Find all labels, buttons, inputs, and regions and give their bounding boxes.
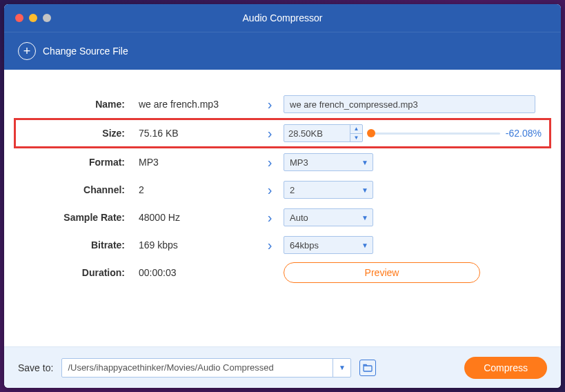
compress-button[interactable]: Compress bbox=[464, 357, 547, 379]
row-format: Format: MP3 › MP3 ▼ bbox=[18, 148, 547, 176]
preview-button-label: Preview bbox=[365, 267, 399, 278]
chevron-down-icon: ▼ bbox=[357, 209, 373, 226]
minimize-icon[interactable] bbox=[29, 14, 37, 22]
close-icon[interactable] bbox=[15, 14, 23, 22]
bitrate-select[interactable]: 64kbps ▼ bbox=[284, 236, 373, 254]
format-select[interactable]: MP3 ▼ bbox=[284, 153, 373, 171]
titlebar: Audio Compressor bbox=[4, 4, 561, 32]
chevron-right-icon: › bbox=[256, 238, 284, 252]
format-source: MP3 bbox=[132, 157, 256, 168]
toolbar: + Change Source File bbox=[4, 32, 561, 70]
bitrate-select-value: 64kbps bbox=[284, 240, 357, 251]
format-select-value: MP3 bbox=[284, 157, 357, 168]
size-percent: -62.08% bbox=[506, 128, 542, 139]
channel-source: 2 bbox=[132, 184, 256, 195]
sample-rate-select[interactable]: Auto ▼ bbox=[284, 208, 373, 226]
duration-source: 00:00:03 bbox=[132, 267, 256, 278]
preview-button[interactable]: Preview bbox=[284, 262, 480, 283]
row-channel: Channel: 2 › 2 ▼ bbox=[18, 176, 547, 204]
svg-rect-0 bbox=[364, 366, 372, 371]
size-slider[interactable] bbox=[370, 133, 500, 135]
sample-rate-label: Sample Rate: bbox=[18, 212, 132, 223]
maximize-icon[interactable] bbox=[43, 14, 51, 22]
app-window: Audio Compressor + Change Source File Na… bbox=[4, 4, 561, 388]
channel-label: Channel: bbox=[18, 184, 132, 195]
chevron-down-icon: ▼ bbox=[357, 182, 373, 198]
chevron-right-icon: › bbox=[256, 155, 284, 169]
row-size: Size: 75.16 KB › 28.50KB ▲ ▼ -62.08% bbox=[14, 118, 551, 148]
sample-rate-source: 48000 Hz bbox=[132, 212, 256, 223]
change-source-label: Change Source File bbox=[43, 46, 128, 57]
chevron-right-icon: › bbox=[256, 183, 284, 197]
size-target-value: 28.50KB bbox=[284, 128, 350, 139]
sample-rate-select-value: Auto bbox=[284, 213, 357, 223]
channel-select[interactable]: 2 ▼ bbox=[284, 181, 373, 199]
plus-icon: + bbox=[18, 42, 36, 60]
row-duration: Duration: 00:00:03 Preview bbox=[18, 259, 547, 286]
row-sample-rate: Sample Rate: 48000 Hz › Auto ▼ bbox=[18, 204, 547, 231]
slider-thumb[interactable] bbox=[367, 129, 375, 137]
stepper-up-icon[interactable]: ▲ bbox=[350, 125, 362, 134]
window-title: Audio Compressor bbox=[243, 12, 323, 23]
duration-label: Duration: bbox=[18, 267, 132, 278]
bitrate-label: Bitrate: bbox=[18, 239, 132, 251]
chevron-right-icon: › bbox=[256, 126, 284, 140]
size-stepper[interactable]: 28.50KB ▲ ▼ bbox=[284, 124, 363, 142]
channel-select-value: 2 bbox=[284, 185, 357, 195]
form-content: Name: we are french.mp3 › Size: 75.16 KB… bbox=[4, 70, 561, 346]
output-name-input[interactable] bbox=[284, 95, 535, 113]
row-bitrate: Bitrate: 169 kbps › 64kbps ▼ bbox=[18, 231, 547, 259]
open-folder-button[interactable] bbox=[359, 360, 376, 376]
chevron-down-icon: ▼ bbox=[333, 359, 350, 377]
save-path-value: /Users/ihappyacethinker/Movies/Audio Com… bbox=[62, 362, 333, 373]
size-source: 75.16 KB bbox=[132, 128, 256, 139]
row-name: Name: we are french.mp3 › bbox=[18, 90, 547, 118]
chevron-right-icon: › bbox=[256, 210, 284, 224]
name-label: Name: bbox=[18, 99, 132, 110]
footer: Save to: /Users/ihappyacethinker/Movies/… bbox=[4, 346, 561, 388]
chevron-down-icon: ▼ bbox=[357, 237, 373, 253]
format-label: Format: bbox=[18, 157, 132, 168]
save-to-label: Save to: bbox=[18, 362, 53, 373]
window-controls bbox=[15, 14, 51, 22]
change-source-button[interactable]: + Change Source File bbox=[18, 42, 128, 60]
chevron-down-icon: ▼ bbox=[357, 154, 373, 170]
chevron-right-icon: › bbox=[256, 97, 284, 111]
size-label: Size: bbox=[18, 128, 132, 139]
bitrate-source: 169 kbps bbox=[132, 239, 256, 251]
name-source: we are french.mp3 bbox=[132, 99, 256, 110]
compress-button-label: Compress bbox=[484, 362, 528, 373]
save-path-select[interactable]: /Users/ihappyacethinker/Movies/Audio Com… bbox=[61, 358, 351, 378]
folder-icon bbox=[363, 364, 373, 372]
stepper-down-icon[interactable]: ▼ bbox=[350, 134, 362, 142]
